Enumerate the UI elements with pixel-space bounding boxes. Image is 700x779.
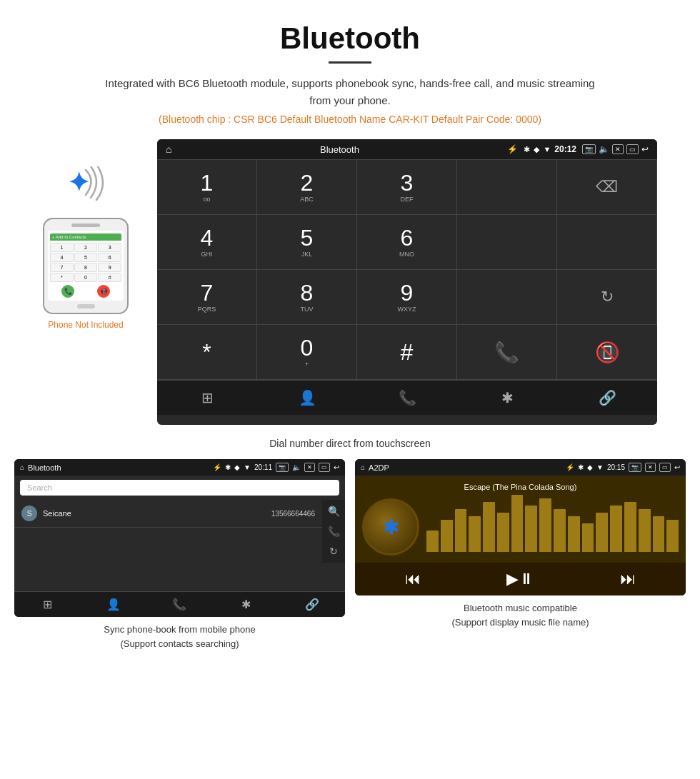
eq-bar [666, 520, 679, 552]
pb-search-icon[interactable]: 🔍 [328, 506, 340, 517]
dial-key-0[interactable]: 0 + [257, 325, 357, 380]
phone-call-button[interactable]: 📞 [61, 285, 74, 298]
dial-end-button[interactable]: 📵 [557, 325, 657, 380]
phonebook-caption: Sync phone-book from mobile phone(Suppor… [104, 623, 255, 650]
nav-bluetooth-icon[interactable]: ✱ [457, 381, 557, 415]
phone-key-star[interactable]: * [50, 273, 74, 282]
bottom-navigation: ⊞ 👤 📞 ✱ 🔗 [157, 380, 657, 415]
music-main-area: Escape (The Pina Colada Song) ✱ [355, 476, 686, 563]
volume-icon[interactable]: 🔈 [599, 144, 609, 154]
phone-home-button[interactable] [77, 304, 95, 308]
nav-grid-icon[interactable]: ⊞ [157, 381, 257, 415]
music-loc-icon: ◆ [587, 463, 593, 471]
dial-call-button[interactable]: 📞 [457, 325, 557, 380]
music-back-icon[interactable]: ↩ [674, 463, 680, 471]
music-playpause-button[interactable]: ▶⏸ [506, 570, 534, 588]
phone-dialpad: 1 2 3 4 5 6 7 8 9 * 0 # [50, 243, 121, 282]
pb-nav-link[interactable]: 🔗 [279, 592, 345, 617]
pb-search-bar[interactable]: Search [20, 480, 339, 496]
phone-key-4[interactable]: 4 [50, 253, 74, 262]
dial-key-6[interactable]: 6 MNO [357, 215, 457, 270]
close-icon[interactable]: ✕ [612, 144, 624, 154]
phone-end-button[interactable]: 📵 [97, 285, 110, 298]
dialpad-grid: 1 oo 2 ABC 3 DEF ⌫ 4 GHI 5 JKL [157, 159, 657, 380]
eq-bar [568, 516, 580, 552]
window-icon[interactable]: ▭ [626, 144, 639, 154]
pb-home-icon[interactable]: ⌂ [20, 463, 24, 471]
music-screen: ⌂ A2DP ⚡ ✱ ◆ ▼ 20:15 📷 ✕ ▭ ↩ Escape (The… [355, 459, 686, 595]
dial-refresh[interactable]: ↻ [557, 270, 657, 325]
phone-key-1[interactable]: 1 [50, 243, 74, 252]
dial-key-5[interactable]: 5 JKL [257, 215, 357, 270]
music-win-icon[interactable]: ▭ [659, 463, 671, 472]
music-time: 20:15 [607, 463, 625, 471]
pb-win-icon[interactable]: ▭ [319, 463, 330, 472]
bluetooth-signal-graphic: ✦ [57, 161, 114, 211]
dial-key-star[interactable]: * [157, 325, 257, 380]
usb-icon: ⚡ [507, 144, 518, 154]
dialpad-caption: Dial number direct from touchscreen [0, 438, 700, 449]
eq-bar [455, 509, 467, 552]
pb-nav-phone[interactable]: 📞 [146, 592, 213, 617]
phone-key-6[interactable]: 6 [98, 253, 121, 262]
phone-key-3[interactable]: 3 [98, 243, 121, 252]
phone-key-9[interactable]: 9 [98, 263, 121, 272]
nav-link-icon[interactable]: 🔗 [557, 381, 657, 415]
music-caption: Bluetooth music compatible(Support displ… [451, 601, 589, 629]
dial-key-3[interactable]: 3 DEF [357, 160, 457, 215]
nav-contacts-icon[interactable]: 👤 [257, 381, 357, 415]
phone-illustration: ✦ + Add to Contacts 1 2 3 4 [29, 139, 143, 330]
pb-nav-contacts[interactable]: 👤 [81, 592, 147, 617]
phone-key-2[interactable]: 2 [74, 243, 98, 252]
phone-key-5[interactable]: 5 [74, 253, 98, 262]
back-icon[interactable]: ↩ [641, 144, 649, 154]
pb-nav-bt[interactable]: ✱ [213, 592, 279, 617]
music-content: ✱ [362, 498, 679, 556]
dial-backspace[interactable]: ⌫ [557, 160, 657, 215]
pb-loc-icon: ◆ [234, 463, 240, 471]
pb-refresh-icon[interactable]: ↻ [329, 546, 338, 557]
music-close-icon[interactable]: ✕ [645, 463, 656, 472]
title-divider [329, 61, 371, 64]
dial-empty-1 [457, 160, 557, 215]
phone-speaker [71, 223, 100, 227]
pb-back-icon[interactable]: ↩ [334, 463, 339, 471]
pb-nav-grid[interactable]: ⊞ [14, 592, 81, 617]
dial-key-9[interactable]: 9 WXYZ [357, 270, 457, 325]
pb-vol-icon[interactable]: 🔈 [292, 463, 301, 471]
dial-key-7[interactable]: 7 PQRS [157, 270, 257, 325]
dial-key-8[interactable]: 8 TUV [257, 270, 357, 325]
phone-key-7[interactable]: 7 [50, 263, 74, 272]
pb-close-icon[interactable]: ✕ [304, 463, 315, 472]
eq-bar [483, 502, 495, 552]
album-bt-icon: ✱ [383, 516, 399, 539]
home-icon[interactable]: ⌂ [166, 144, 171, 155]
pb-call-icon[interactable]: 📞 [328, 526, 340, 537]
pb-contact-name: Seicane [43, 509, 271, 518]
music-camera-icon[interactable]: 📷 [629, 463, 641, 472]
music-home-icon[interactable]: ⌂ [361, 463, 365, 471]
phone-screen-header: + Add to Contacts [50, 233, 121, 241]
equalizer-visual [426, 502, 679, 552]
signal-arcs [82, 166, 111, 202]
dial-key-2[interactable]: 2 ABC [257, 160, 357, 215]
dial-empty-2 [457, 215, 557, 270]
dial-key-4[interactable]: 4 GHI [157, 215, 257, 270]
music-next-button[interactable]: ⏭ [620, 570, 636, 588]
music-prev-button[interactable]: ⏮ [405, 570, 421, 588]
eq-bar [539, 498, 551, 552]
dial-key-1[interactable]: 1 oo [157, 160, 257, 215]
phone-key-hash[interactable]: # [98, 273, 121, 282]
album-art: ✱ [362, 498, 419, 556]
pb-camera-icon[interactable]: 📷 [276, 463, 289, 472]
nav-phone-icon[interactable]: 📞 [357, 381, 457, 415]
phone-key-0[interactable]: 0 [74, 273, 98, 282]
bt-status-icon: ✱ [524, 145, 530, 154]
pb-right-actions: 🔍 📞 ↻ [322, 500, 345, 563]
signal-arcs-svg [82, 166, 111, 202]
android-bluetooth-screen: ⌂ Bluetooth ⚡ ✱ ◆ ▼ 20:12 📷 🔈 ✕ ▭ ↩ 1 oo [157, 139, 657, 425]
dial-key-hash[interactable]: # [357, 325, 457, 380]
camera-icon[interactable]: 📷 [582, 144, 596, 154]
eq-bar [441, 520, 453, 552]
phone-key-8[interactable]: 8 [74, 263, 98, 272]
